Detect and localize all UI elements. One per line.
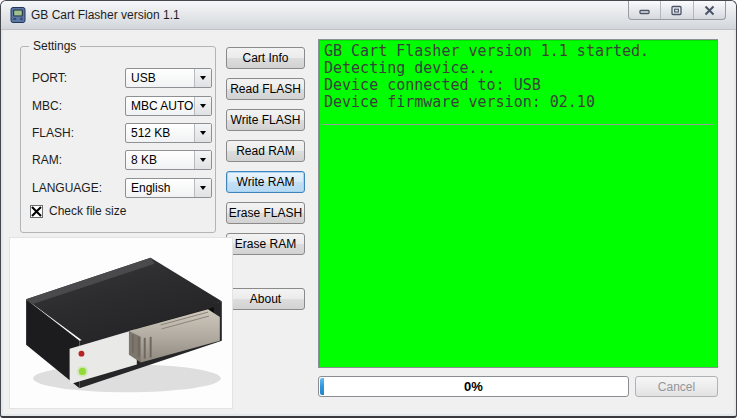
ram-label: RAM: xyxy=(32,153,62,167)
log-line: Device firmware version: 02.10 xyxy=(324,94,717,111)
erase-ram-button[interactable]: Erase RAM xyxy=(226,233,305,255)
cancel-button[interactable]: Cancel xyxy=(635,376,718,397)
mbc-value: MBC AUTO xyxy=(126,99,194,113)
settings-legend: Settings xyxy=(29,39,80,53)
read-flash-button[interactable]: Read FLASH xyxy=(226,78,305,100)
language-value: English xyxy=(126,181,194,195)
mbc-label: MBC: xyxy=(32,99,62,113)
minimize-icon[interactable] xyxy=(629,1,660,19)
chevron-down-icon[interactable] xyxy=(194,69,211,87)
ram-select[interactable]: 8 KB xyxy=(125,150,212,170)
ram-value: 8 KB xyxy=(126,153,194,167)
port-label: PORT: xyxy=(32,71,67,85)
write-flash-button[interactable]: Write FLASH xyxy=(226,109,305,131)
log-line: Detecting device... xyxy=(324,60,717,77)
log-separator xyxy=(322,124,714,125)
flash-label: FLASH: xyxy=(32,126,74,140)
language-label: LANGUAGE: xyxy=(32,181,102,195)
chevron-down-icon[interactable] xyxy=(194,124,211,142)
chevron-down-icon[interactable] xyxy=(194,179,211,197)
close-icon[interactable] xyxy=(693,1,725,19)
write-ram-button[interactable]: Write RAM xyxy=(226,171,305,193)
check-file-size-checkbox[interactable] xyxy=(30,205,43,218)
read-ram-button[interactable]: Read RAM xyxy=(226,140,305,162)
app-window: GB Cart Flasher version 1.1 Settings POR… xyxy=(0,0,737,418)
cart-info-button[interactable]: Cart Info xyxy=(226,47,305,69)
mbc-select[interactable]: MBC AUTO xyxy=(125,96,212,116)
check-file-size-row: Check file size xyxy=(30,204,126,218)
about-button[interactable]: About xyxy=(226,288,305,310)
log-line: GB Cart Flasher version 1.1 started. xyxy=(324,43,717,60)
flash-select[interactable]: 512 KB xyxy=(125,123,212,143)
cart-flasher-device-image xyxy=(10,238,232,408)
titlebar: GB Cart Flasher version 1.1 xyxy=(1,1,736,30)
progress-percent: 0% xyxy=(319,379,628,394)
caption-button-group xyxy=(628,1,726,20)
port-value: USB xyxy=(126,71,194,85)
chevron-down-icon[interactable] xyxy=(194,151,211,169)
progress-bar: 0% xyxy=(318,376,629,397)
chevron-down-icon[interactable] xyxy=(194,97,211,115)
language-select[interactable]: English xyxy=(125,178,212,198)
check-file-size-label: Check file size xyxy=(49,204,126,218)
x-mark-icon xyxy=(31,206,42,217)
device-photo xyxy=(9,237,233,409)
erase-flash-button[interactable]: Erase FLASH xyxy=(226,202,305,224)
gameboy-icon xyxy=(10,7,26,23)
window-title: GB Cart Flasher version 1.1 xyxy=(31,8,180,22)
port-select[interactable]: USB xyxy=(125,68,212,88)
maximize-icon[interactable] xyxy=(660,1,692,19)
log-console[interactable]: GB Cart Flasher version 1.1 started. Det… xyxy=(318,39,718,368)
log-line: Device connected to: USB xyxy=(324,77,717,94)
flash-value: 512 KB xyxy=(126,126,194,140)
settings-group: Settings PORT: USB MBC: MBC AUTO FLASH: … xyxy=(20,46,216,233)
